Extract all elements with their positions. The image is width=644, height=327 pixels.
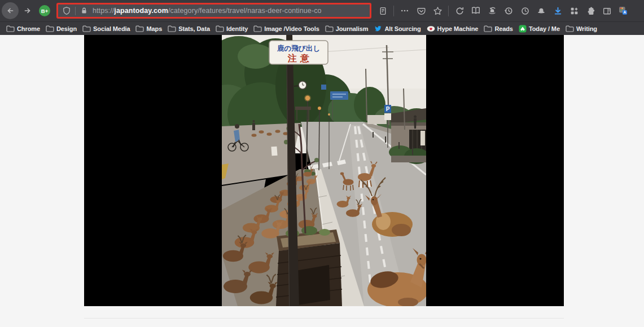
article-divider [84, 318, 564, 319]
deer-crossing-sign: 鹿の飛び出し 注意 [269, 41, 328, 64]
hat-extension-icon [536, 6, 546, 16]
bookmark-label: Alt Sourcing [384, 25, 420, 32]
folder-icon [46, 25, 54, 33]
bookmark-label: Identity [226, 25, 248, 32]
bookmark-item-stats-data[interactable]: Stats, Data [165, 23, 213, 34]
parking-sign-letter: P [386, 106, 390, 112]
folder-icon [253, 25, 262, 33]
bookmarks-bar: Chrome Design Social Media Maps Stats, D… [0, 21, 644, 35]
sidebar-toggle-icon [602, 6, 612, 16]
bookmark-page-button[interactable] [430, 3, 445, 18]
extensions-puzzle-icon [586, 6, 595, 16]
bookmark-item-alt-sourcing[interactable]: Alt Sourcing [371, 23, 423, 34]
library-icon [471, 6, 481, 16]
page-actions-button[interactable] [397, 3, 412, 18]
history-icon [503, 6, 514, 16]
bookmark-item-writing[interactable]: Writing [563, 23, 600, 34]
lock-icon[interactable] [80, 6, 89, 15]
bookmark-item-maps[interactable]: Maps [133, 23, 165, 34]
hat-arrow-extension-icon [487, 6, 497, 16]
clock-extension-button[interactable] [518, 3, 532, 18]
folder-icon [325, 25, 334, 33]
hat-extension-button[interactable] [534, 3, 549, 18]
folder-icon [566, 25, 574, 33]
downloads-button[interactable] [550, 3, 565, 18]
bookmark-item-image-video-tools[interactable]: Image /Video Tools [251, 23, 322, 34]
reader-view-icon [378, 6, 388, 16]
feedly-icon [519, 25, 527, 33]
bookmark-item-today-me[interactable]: Today / Me [516, 23, 563, 34]
downloads-icon [553, 6, 563, 16]
page-content: P [0, 35, 644, 327]
library-button[interactable] [468, 3, 483, 18]
bookmark-item-chrome[interactable]: Chrome [3, 23, 43, 34]
url-text: https://japantoday.com/category/features… [93, 7, 366, 15]
session-manager-button[interactable] [485, 3, 500, 18]
deer-sign-line1: 鹿の飛び出し [277, 44, 320, 52]
bookmark-item-identity[interactable]: Identity [213, 23, 251, 34]
folder-icon [168, 25, 176, 33]
bookmark-label: Hype Machine [437, 25, 479, 32]
deer-sign-line2: 注意 [287, 53, 313, 63]
folder-icon [216, 25, 224, 33]
bookmark-label: Design [56, 25, 77, 32]
bookmark-label: Maps [146, 25, 162, 32]
bookmark-label: Stats, Data [178, 25, 210, 32]
folder-icon [82, 25, 91, 33]
translate-extension-icon: A [618, 6, 628, 16]
tracking-protection-shield-icon[interactable] [62, 6, 71, 15]
bookmark-label: Today / Me [529, 25, 560, 32]
url-domain: japantoday.com [114, 7, 168, 15]
nara-deer-photo: P [222, 35, 426, 306]
url-bar[interactable]: https://japantoday.com/category/features… [56, 3, 371, 19]
overflow-dots-icon [400, 6, 409, 15]
article-image-frame: P [84, 35, 564, 306]
url-scheme: https:// [93, 7, 114, 15]
folder-icon [6, 25, 15, 33]
reload-button[interactable] [452, 3, 467, 18]
translate-badge-letter: A [624, 10, 627, 14]
pocket-button[interactable] [414, 3, 428, 18]
url-fade-overlay [339, 5, 370, 17]
sidebar-toggle-button[interactable] [599, 3, 614, 18]
pocket-icon [417, 6, 426, 16]
bookmark-item-social-media[interactable]: Social Media [80, 23, 133, 34]
bookmark-item-journalism[interactable]: Journalism [322, 23, 371, 34]
bookmark-label: Chrome [17, 25, 40, 32]
bookmark-label: Social Media [93, 25, 130, 32]
back-icon [6, 6, 15, 15]
bookmark-label: Image /Video Tools [264, 25, 319, 32]
toolbar-separator [448, 6, 449, 16]
toolbar-separator [393, 6, 394, 16]
folder-icon [484, 25, 492, 33]
forward-button[interactable] [20, 3, 35, 18]
tiles-plus-extension-icon [569, 6, 579, 16]
b-plus-extension-icon[interactable]: B+ [39, 5, 50, 16]
bookmark-item-hype-machine[interactable]: Hype Machine [424, 23, 481, 34]
bookmark-label: Writing [576, 25, 597, 32]
twitter-icon [374, 25, 382, 33]
reload-icon [455, 6, 465, 16]
bookmark-item-design[interactable]: Design [43, 23, 80, 34]
folder-icon [135, 25, 144, 33]
urlbar-separator [75, 7, 76, 15]
back-button[interactable] [2, 2, 19, 19]
hype-machine-icon [427, 25, 435, 33]
translate-extension-button[interactable]: A [616, 3, 630, 18]
browser-toolbar: B+ https://japantoday.com/category/featu… [0, 0, 644, 21]
history-button[interactable] [501, 3, 516, 18]
reader-view-button[interactable] [375, 3, 390, 18]
url-path: /category/features/travel/naras-deer-con… [168, 7, 322, 15]
bookmark-label: Reads [494, 25, 513, 32]
bookmark-star-icon [433, 6, 443, 16]
tiles-plus-extension-button[interactable] [567, 3, 581, 18]
clock-extension-icon [520, 6, 530, 16]
extensions-button[interactable] [583, 3, 598, 18]
bookmark-item-reads[interactable]: Reads [481, 23, 516, 34]
bookmark-label: Journalism [336, 25, 369, 32]
forward-icon [23, 6, 32, 15]
